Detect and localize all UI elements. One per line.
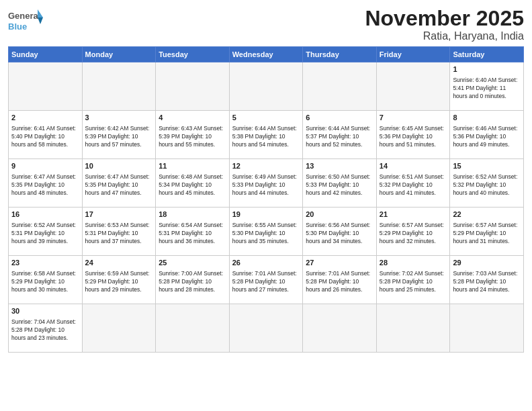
day-number: 26 [232,258,300,268]
day-number: 7 [380,113,447,123]
calendar-cell-3-5: 13Sunrise: 6:50 AM Sunset: 5:33 PM Dayli… [303,159,377,208]
day-number: 19 [232,210,300,220]
calendar-cell-3-4: 12Sunrise: 6:49 AM Sunset: 5:33 PM Dayli… [229,159,303,208]
weekday-header-monday: Monday [82,47,156,62]
calendar-cell-2-4: 5Sunrise: 6:44 AM Sunset: 5:38 PM Daylig… [229,111,303,159]
day-info: Sunrise: 6:46 AM Sunset: 5:36 PM Dayligh… [453,124,521,149]
calendar-cell-2-5: 6Sunrise: 6:44 AM Sunset: 5:37 PM Daylig… [303,111,377,159]
calendar-cell-3-7: 15Sunrise: 6:52 AM Sunset: 5:32 PM Dayli… [450,159,524,208]
day-info: Sunrise: 7:00 AM Sunset: 5:28 PM Dayligh… [159,269,226,294]
calendar-cell-5-5: 27Sunrise: 7:01 AM Sunset: 5:28 PM Dayli… [303,256,377,304]
calendar-cell-1-7: 1Sunrise: 6:40 AM Sunset: 5:41 PM Daylig… [450,62,524,111]
month-title: November 2025 [365,7,524,30]
calendar-cell-5-6: 28Sunrise: 7:02 AM Sunset: 5:28 PM Dayli… [376,256,450,304]
day-number: 3 [85,113,153,123]
svg-text:Blue: Blue [8,21,27,32]
calendar-cell-6-6 [376,304,450,353]
calendar-cell-4-7: 22Sunrise: 6:57 AM Sunset: 5:29 PM Dayli… [450,208,524,256]
day-info: Sunrise: 6:54 AM Sunset: 5:31 PM Dayligh… [159,221,226,246]
calendar-cell-2-3: 4Sunrise: 6:43 AM Sunset: 5:39 PM Daylig… [156,111,230,159]
day-info: Sunrise: 6:41 AM Sunset: 5:40 PM Dayligh… [11,124,79,149]
day-number: 10 [85,161,153,171]
day-info: Sunrise: 7:04 AM Sunset: 5:28 PM Dayligh… [11,318,79,342]
day-info: Sunrise: 6:47 AM Sunset: 5:35 PM Dayligh… [85,173,153,197]
day-number: 23 [11,258,79,268]
calendar-cell-5-7: 29Sunrise: 7:03 AM Sunset: 5:28 PM Dayli… [450,256,524,304]
calendar-cell-5-4: 26Sunrise: 7:01 AM Sunset: 5:28 PM Dayli… [229,256,303,304]
weekday-header-thursday: Thursday [303,47,377,62]
day-number: 13 [306,161,373,171]
day-info: Sunrise: 6:51 AM Sunset: 5:32 PM Dayligh… [380,173,447,197]
day-info: Sunrise: 7:01 AM Sunset: 5:28 PM Dayligh… [306,269,373,294]
calendar-cell-2-7: 8Sunrise: 6:46 AM Sunset: 5:36 PM Daylig… [450,111,524,159]
day-info: Sunrise: 7:02 AM Sunset: 5:28 PM Dayligh… [380,269,447,294]
weekday-header-tuesday: Tuesday [156,47,230,62]
calendar-cell-6-1: 30Sunrise: 7:04 AM Sunset: 5:28 PM Dayli… [9,304,83,353]
calendar-cell-6-3 [156,304,230,353]
day-info: Sunrise: 6:48 AM Sunset: 5:34 PM Dayligh… [159,173,226,197]
calendar-cell-4-5: 20Sunrise: 6:56 AM Sunset: 5:30 PM Dayli… [303,208,377,256]
day-number: 20 [306,210,373,220]
day-info: Sunrise: 6:57 AM Sunset: 5:29 PM Dayligh… [380,221,447,246]
day-info: Sunrise: 6:47 AM Sunset: 5:35 PM Dayligh… [11,173,79,197]
day-number: 4 [159,113,226,123]
calendar-cell-4-1: 16Sunrise: 6:52 AM Sunset: 5:31 PM Dayli… [9,208,83,256]
header: General Blue November 2025 Ratia, Haryan… [8,7,524,42]
calendar-week-1: 1Sunrise: 6:40 AM Sunset: 5:41 PM Daylig… [9,62,524,111]
calendar-cell-5-3: 25Sunrise: 7:00 AM Sunset: 5:28 PM Dayli… [156,256,230,304]
weekday-header-friday: Friday [376,47,450,62]
calendar-cell-2-2: 3Sunrise: 6:42 AM Sunset: 5:39 PM Daylig… [82,111,156,159]
day-number: 30 [11,306,79,316]
day-number: 18 [159,210,226,220]
calendar-cell-6-4 [229,304,303,353]
day-info: Sunrise: 6:55 AM Sunset: 5:30 PM Dayligh… [232,221,300,246]
day-info: Sunrise: 6:43 AM Sunset: 5:39 PM Dayligh… [159,124,226,149]
calendar-cell-5-1: 23Sunrise: 6:58 AM Sunset: 5:29 PM Dayli… [9,256,83,304]
day-number: 16 [11,210,79,220]
day-number: 8 [453,113,521,123]
day-number: 21 [380,210,447,220]
calendar-cell-4-2: 17Sunrise: 6:53 AM Sunset: 5:31 PM Dayli… [82,208,156,256]
calendar-cell-4-3: 18Sunrise: 6:54 AM Sunset: 5:31 PM Dayli… [156,208,230,256]
calendar-week-6: 30Sunrise: 7:04 AM Sunset: 5:28 PM Dayli… [9,304,524,353]
calendar-week-2: 2Sunrise: 6:41 AM Sunset: 5:40 PM Daylig… [9,111,524,159]
location-title: Ratia, Haryana, India [365,30,524,42]
day-info: Sunrise: 6:59 AM Sunset: 5:29 PM Dayligh… [85,269,153,294]
day-info: Sunrise: 6:45 AM Sunset: 5:36 PM Dayligh… [380,124,447,149]
day-info: Sunrise: 6:52 AM Sunset: 5:32 PM Dayligh… [453,173,521,197]
logo: General Blue [8,7,43,35]
day-info: Sunrise: 6:44 AM Sunset: 5:38 PM Dayligh… [232,124,300,149]
page: General Blue November 2025 Ratia, Haryan… [0,0,532,411]
weekday-header-row: SundayMondayTuesdayWednesdayThursdayFrid… [9,47,524,62]
day-info: Sunrise: 6:42 AM Sunset: 5:39 PM Dayligh… [85,124,153,149]
calendar-cell-3-3: 11Sunrise: 6:48 AM Sunset: 5:34 PM Dayli… [156,159,230,208]
day-info: Sunrise: 6:53 AM Sunset: 5:31 PM Dayligh… [85,221,153,246]
weekday-header-sunday: Sunday [9,47,83,62]
day-number: 12 [232,161,300,171]
day-info: Sunrise: 6:57 AM Sunset: 5:29 PM Dayligh… [453,221,521,246]
calendar-cell-2-1: 2Sunrise: 6:41 AM Sunset: 5:40 PM Daylig… [9,111,83,159]
day-info: Sunrise: 7:01 AM Sunset: 5:28 PM Dayligh… [232,269,300,294]
calendar-cell-2-6: 7Sunrise: 6:45 AM Sunset: 5:36 PM Daylig… [376,111,450,159]
title-block: November 2025 Ratia, Haryana, India [365,7,524,42]
day-number: 2 [11,113,79,123]
day-info: Sunrise: 6:52 AM Sunset: 5:31 PM Dayligh… [11,221,79,246]
day-info: Sunrise: 6:58 AM Sunset: 5:29 PM Dayligh… [11,269,79,294]
day-info: Sunrise: 6:49 AM Sunset: 5:33 PM Dayligh… [232,173,300,197]
calendar-cell-1-4 [229,62,303,111]
day-number: 27 [306,258,373,268]
weekday-header-saturday: Saturday [450,47,524,62]
calendar-cell-6-5 [303,304,377,353]
day-info: Sunrise: 6:50 AM Sunset: 5:33 PM Dayligh… [306,173,373,197]
calendar-cell-3-1: 9Sunrise: 6:47 AM Sunset: 5:35 PM Daylig… [9,159,83,208]
svg-text:General: General [8,11,40,21]
calendar-cell-1-3 [156,62,230,111]
calendar-cell-4-4: 19Sunrise: 6:55 AM Sunset: 5:30 PM Dayli… [229,208,303,256]
day-number: 28 [380,258,447,268]
calendar-cell-1-5 [303,62,377,111]
logo-svg: General Blue [8,7,43,35]
day-number: 1 [453,64,521,75]
svg-marker-3 [38,17,43,24]
day-number: 25 [159,258,226,268]
weekday-header-wednesday: Wednesday [229,47,303,62]
